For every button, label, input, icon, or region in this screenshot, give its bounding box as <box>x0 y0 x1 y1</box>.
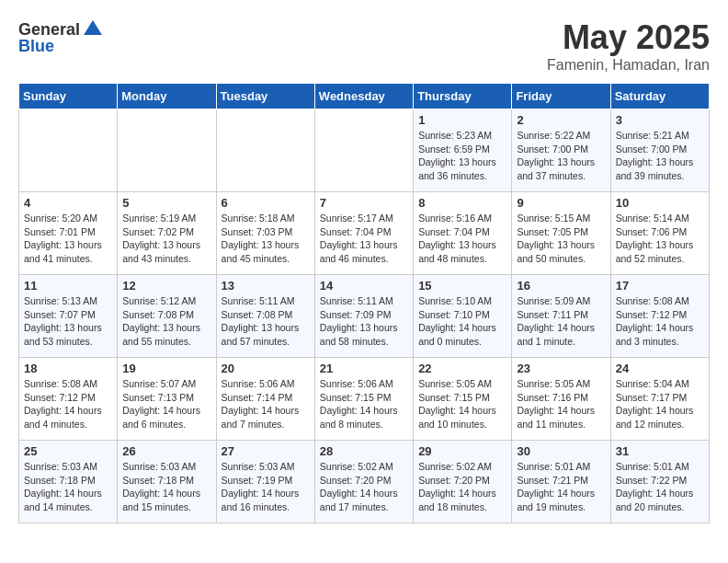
logo-icon <box>82 18 104 40</box>
calendar-cell: 4Sunrise: 5:20 AM Sunset: 7:01 PM Daylig… <box>19 192 118 275</box>
col-header-sunday: Sunday <box>19 84 118 109</box>
day-number: 3 <box>616 113 704 127</box>
calendar-cell: 15Sunrise: 5:10 AM Sunset: 7:10 PM Dayli… <box>414 275 512 358</box>
day-number: 27 <box>222 444 310 458</box>
calendar-cell: 19Sunrise: 5:07 AM Sunset: 7:13 PM Dayli… <box>118 358 216 441</box>
calendar-cell: 17Sunrise: 5:08 AM Sunset: 7:12 PM Dayli… <box>610 275 709 358</box>
day-info: Sunrise: 5:07 AM Sunset: 7:13 PM Dayligh… <box>122 377 210 431</box>
week-row-1: 1Sunrise: 5:23 AM Sunset: 6:59 PM Daylig… <box>19 109 710 192</box>
day-number: 1 <box>418 113 506 127</box>
calendar-cell: 28Sunrise: 5:02 AM Sunset: 7:20 PM Dayli… <box>314 441 413 523</box>
calendar-cell: 1Sunrise: 5:23 AM Sunset: 6:59 PM Daylig… <box>414 109 512 192</box>
calendar-cell: 11Sunrise: 5:13 AM Sunset: 7:07 PM Dayli… <box>19 275 118 358</box>
day-info: Sunrise: 5:19 AM Sunset: 7:02 PM Dayligh… <box>122 212 210 266</box>
day-info: Sunrise: 5:03 AM Sunset: 7:18 PM Dayligh… <box>122 460 210 514</box>
calendar-cell <box>314 109 413 192</box>
day-info: Sunrise: 5:23 AM Sunset: 6:59 PM Dayligh… <box>418 129 506 183</box>
col-header-friday: Friday <box>512 84 610 109</box>
calendar-cell: 26Sunrise: 5:03 AM Sunset: 7:18 PM Dayli… <box>118 441 216 523</box>
day-number: 18 <box>24 362 112 375</box>
day-info: Sunrise: 5:15 AM Sunset: 7:05 PM Dayligh… <box>517 212 605 266</box>
calendar-cell: 9Sunrise: 5:15 AM Sunset: 7:05 PM Daylig… <box>512 192 610 275</box>
day-number: 4 <box>24 196 112 210</box>
calendar-cell: 22Sunrise: 5:05 AM Sunset: 7:15 PM Dayli… <box>414 358 512 441</box>
month-title: May 2025 <box>547 18 710 57</box>
calendar-cell <box>216 109 314 192</box>
day-info: Sunrise: 5:02 AM Sunset: 7:20 PM Dayligh… <box>320 460 408 514</box>
day-number: 10 <box>616 196 704 210</box>
day-number: 12 <box>122 279 210 293</box>
day-number: 6 <box>222 196 310 210</box>
calendar-cell: 7Sunrise: 5:17 AM Sunset: 7:04 PM Daylig… <box>314 192 413 275</box>
svg-marker-0 <box>84 20 102 35</box>
day-info: Sunrise: 5:09 AM Sunset: 7:11 PM Dayligh… <box>517 294 605 349</box>
day-info: Sunrise: 5:06 AM Sunset: 7:14 PM Dayligh… <box>222 377 310 431</box>
calendar-header-row: SundayMondayTuesdayWednesdayThursdayFrid… <box>19 84 710 109</box>
day-info: Sunrise: 5:18 AM Sunset: 7:03 PM Dayligh… <box>222 212 310 266</box>
calendar-cell: 20Sunrise: 5:06 AM Sunset: 7:14 PM Dayli… <box>216 358 314 441</box>
calendar-cell: 30Sunrise: 5:01 AM Sunset: 7:21 PM Dayli… <box>512 441 610 523</box>
day-info: Sunrise: 5:11 AM Sunset: 7:08 PM Dayligh… <box>222 294 310 349</box>
day-info: Sunrise: 5:14 AM Sunset: 7:06 PM Dayligh… <box>616 212 704 266</box>
day-info: Sunrise: 5:08 AM Sunset: 7:12 PM Dayligh… <box>616 294 704 349</box>
day-number: 8 <box>418 196 506 210</box>
calendar-cell: 24Sunrise: 5:04 AM Sunset: 7:17 PM Dayli… <box>610 358 709 441</box>
col-header-tuesday: Tuesday <box>216 84 314 109</box>
day-info: Sunrise: 5:10 AM Sunset: 7:10 PM Dayligh… <box>418 294 506 349</box>
calendar-cell: 14Sunrise: 5:11 AM Sunset: 7:09 PM Dayli… <box>314 275 413 358</box>
day-info: Sunrise: 5:01 AM Sunset: 7:21 PM Dayligh… <box>517 460 605 514</box>
week-row-4: 18Sunrise: 5:08 AM Sunset: 7:12 PM Dayli… <box>19 358 710 441</box>
calendar-cell: 5Sunrise: 5:19 AM Sunset: 7:02 PM Daylig… <box>118 192 216 275</box>
day-info: Sunrise: 5:12 AM Sunset: 7:08 PM Dayligh… <box>122 294 210 349</box>
day-number: 31 <box>616 444 704 458</box>
day-number: 5 <box>122 196 210 210</box>
calendar-cell: 3Sunrise: 5:21 AM Sunset: 7:00 PM Daylig… <box>610 109 709 192</box>
day-number: 24 <box>616 362 704 375</box>
day-info: Sunrise: 5:06 AM Sunset: 7:15 PM Dayligh… <box>320 377 408 431</box>
calendar-cell <box>118 109 216 192</box>
calendar-cell: 18Sunrise: 5:08 AM Sunset: 7:12 PM Dayli… <box>19 358 118 441</box>
day-number: 11 <box>24 279 112 293</box>
day-info: Sunrise: 5:16 AM Sunset: 7:04 PM Dayligh… <box>418 212 506 266</box>
calendar-cell: 29Sunrise: 5:02 AM Sunset: 7:20 PM Dayli… <box>414 441 512 523</box>
calendar-cell: 16Sunrise: 5:09 AM Sunset: 7:11 PM Dayli… <box>512 275 610 358</box>
day-number: 26 <box>122 444 210 458</box>
page-header: General Blue May 2025 Famenin, Hamadan, … <box>18 18 710 74</box>
day-number: 21 <box>320 362 408 375</box>
day-info: Sunrise: 5:01 AM Sunset: 7:22 PM Dayligh… <box>616 460 704 514</box>
calendar-cell: 23Sunrise: 5:05 AM Sunset: 7:16 PM Dayli… <box>512 358 610 441</box>
col-header-saturday: Saturday <box>610 84 709 109</box>
logo-blue: Blue <box>18 37 54 56</box>
day-info: Sunrise: 5:04 AM Sunset: 7:17 PM Dayligh… <box>616 377 704 431</box>
day-info: Sunrise: 5:03 AM Sunset: 7:18 PM Dayligh… <box>24 460 112 514</box>
calendar-cell: 25Sunrise: 5:03 AM Sunset: 7:18 PM Dayli… <box>19 441 118 523</box>
day-number: 28 <box>320 444 408 458</box>
day-number: 14 <box>320 279 408 293</box>
day-number: 30 <box>517 444 605 458</box>
day-number: 7 <box>320 196 408 210</box>
calendar-cell: 27Sunrise: 5:03 AM Sunset: 7:19 PM Dayli… <box>216 441 314 523</box>
day-info: Sunrise: 5:05 AM Sunset: 7:16 PM Dayligh… <box>517 377 605 431</box>
day-number: 16 <box>517 279 605 293</box>
day-number: 29 <box>418 444 506 458</box>
day-info: Sunrise: 5:11 AM Sunset: 7:09 PM Dayligh… <box>320 294 408 349</box>
week-row-5: 25Sunrise: 5:03 AM Sunset: 7:18 PM Dayli… <box>19 441 710 523</box>
day-info: Sunrise: 5:02 AM Sunset: 7:20 PM Dayligh… <box>418 460 506 514</box>
calendar-table: SundayMondayTuesdayWednesdayThursdayFrid… <box>18 83 710 523</box>
day-number: 15 <box>418 279 506 293</box>
day-info: Sunrise: 5:20 AM Sunset: 7:01 PM Dayligh… <box>24 212 112 266</box>
day-number: 22 <box>418 362 506 375</box>
col-header-wednesday: Wednesday <box>314 84 413 109</box>
calendar-cell: 21Sunrise: 5:06 AM Sunset: 7:15 PM Dayli… <box>314 358 413 441</box>
day-number: 20 <box>222 362 310 375</box>
location: Famenin, Hamadan, Iran <box>547 57 710 74</box>
day-number: 13 <box>222 279 310 293</box>
day-info: Sunrise: 5:13 AM Sunset: 7:07 PM Dayligh… <box>24 294 112 349</box>
calendar-cell: 31Sunrise: 5:01 AM Sunset: 7:22 PM Dayli… <box>610 441 709 523</box>
day-number: 17 <box>616 279 704 293</box>
day-info: Sunrise: 5:22 AM Sunset: 7:00 PM Dayligh… <box>517 129 605 183</box>
day-number: 23 <box>517 362 605 375</box>
logo: General Blue <box>18 18 104 56</box>
calendar-cell: 10Sunrise: 5:14 AM Sunset: 7:06 PM Dayli… <box>610 192 709 275</box>
calendar-cell <box>19 109 118 192</box>
